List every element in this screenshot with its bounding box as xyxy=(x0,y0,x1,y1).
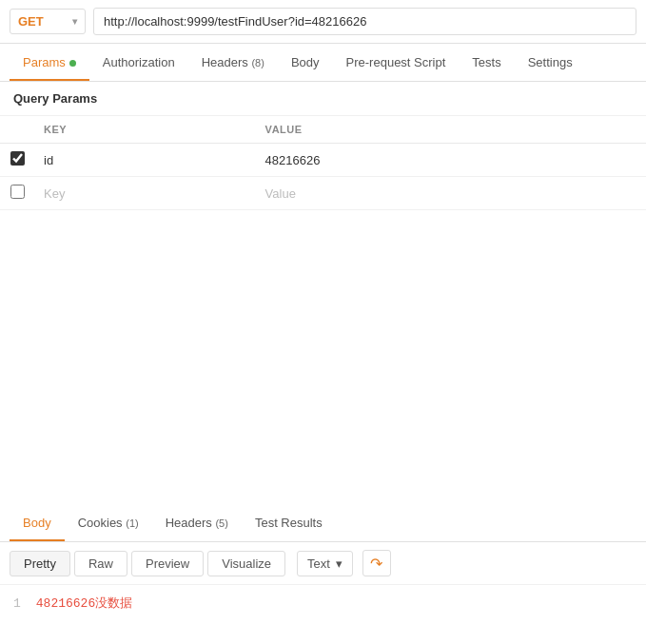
response-tab-headers[interactable]: Headers (5) xyxy=(152,504,242,541)
empty-checkbox-cell xyxy=(0,177,34,210)
url-bar: GET ▾ xyxy=(0,0,646,44)
response-tab-cookies[interactable]: Cookies (1) xyxy=(65,504,152,541)
main-container: GET ▾ Params Authorization Headers (8) B… xyxy=(0,0,646,644)
format-btn-preview[interactable]: Preview xyxy=(131,551,204,576)
response-tab-testresults[interactable]: Test Results xyxy=(242,504,336,541)
method-select[interactable]: GET ▾ xyxy=(10,9,86,34)
tab-settings[interactable]: Settings xyxy=(515,44,586,81)
response-tab-cookies-label: Cookies xyxy=(78,516,123,530)
empty-value[interactable]: Value xyxy=(256,177,646,210)
method-value: GET xyxy=(18,14,44,29)
response-tabs: Body Cookies (1) Headers (5) Test Result… xyxy=(0,504,646,542)
tab-prerequest[interactable]: Pre-request Script xyxy=(333,44,460,81)
format-btn-pretty[interactable]: Pretty xyxy=(10,551,70,576)
row-checkbox-cell xyxy=(0,144,34,177)
checkbox-col-header xyxy=(0,116,34,144)
response-tab-headers-label: Headers xyxy=(166,516,212,530)
format-type-label: Text xyxy=(307,556,330,571)
row-key[interactable]: id xyxy=(34,144,256,177)
format-row: Pretty Raw Preview Visualize Text ▾ ↷ xyxy=(0,542,646,585)
row-checkbox[interactable] xyxy=(10,151,25,166)
empty-checkbox[interactable] xyxy=(10,185,25,199)
request-tabs: Params Authorization Headers (8) Body Pr… xyxy=(0,44,646,82)
tab-authorization-label: Authorization xyxy=(103,55,175,69)
tab-tests-label: Tests xyxy=(472,55,500,69)
table-row-empty: Key Value xyxy=(0,177,646,210)
query-params-header: Query Params xyxy=(0,82,646,116)
empty-key[interactable]: Key xyxy=(34,177,256,210)
format-btn-visualize[interactable]: Visualize xyxy=(207,551,285,576)
key-col-header: KEY xyxy=(34,116,256,144)
response-tab-body[interactable]: Body xyxy=(10,504,65,541)
format-btn-raw[interactable]: Raw xyxy=(74,551,127,576)
params-table-header-row: KEY VALUE xyxy=(0,116,646,144)
tab-body[interactable]: Body xyxy=(278,44,333,81)
tab-body-label: Body xyxy=(291,55,320,69)
method-chevron: ▾ xyxy=(72,16,77,27)
table-row: id 48216626 xyxy=(0,144,646,177)
url-input[interactable] xyxy=(93,8,636,35)
tab-settings-label: Settings xyxy=(528,55,573,69)
params-table: KEY VALUE id 48216626 Key Valu xyxy=(0,116,646,210)
response-tab-testresults-label: Test Results xyxy=(255,516,323,530)
value-col-header: VALUE xyxy=(256,116,646,144)
tab-tests[interactable]: Tests xyxy=(459,44,514,81)
format-type-chevron: ▾ xyxy=(336,556,343,571)
tab-prerequest-label: Pre-request Script xyxy=(346,55,446,69)
headers-badge: (8) xyxy=(251,57,264,68)
format-type-select[interactable]: Text ▾ xyxy=(297,551,353,576)
response-headers-badge: (5) xyxy=(215,517,227,529)
tab-params-label: Params xyxy=(23,55,66,69)
tab-authorization[interactable]: Authorization xyxy=(89,44,188,81)
tab-headers[interactable]: Headers (8) xyxy=(188,44,278,81)
response-content: 148216626没数据 xyxy=(0,585,646,621)
tab-params[interactable]: Params xyxy=(10,44,89,81)
response-tab-body-label: Body xyxy=(23,516,51,530)
response-text: 48216626没数据 xyxy=(36,596,132,611)
response-section: Body Cookies (1) Headers (5) Test Result… xyxy=(0,504,646,644)
line-number: 1 xyxy=(13,596,21,611)
tab-headers-label: Headers xyxy=(202,55,248,69)
wrap-button[interactable]: ↷ xyxy=(362,550,391,576)
cookies-badge: (1) xyxy=(126,517,138,529)
params-dot xyxy=(69,60,76,67)
row-value[interactable]: 48216626 xyxy=(256,144,646,177)
